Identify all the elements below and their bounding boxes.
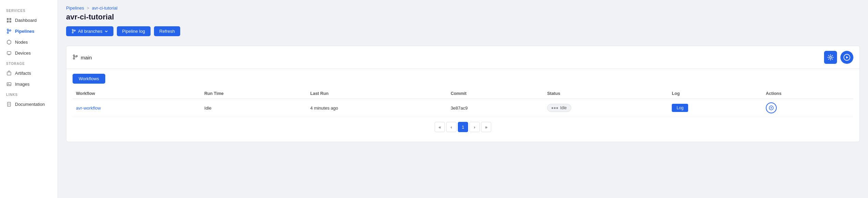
col-workflow: Workflow xyxy=(73,88,201,99)
workflows-table: Workflow Run Time Last Run Commit Status… xyxy=(73,88,853,117)
table-row: avr-workflow Idle 4 minutes ago 3e87ac9 xyxy=(73,99,853,117)
sidebar-item-artifacts[interactable]: Artifacts xyxy=(0,68,58,79)
card-header: main xyxy=(66,46,859,69)
status-text: Idle xyxy=(560,105,567,110)
pagination-first[interactable]: « xyxy=(435,122,445,132)
log-cell: Log xyxy=(668,99,762,117)
svg-point-24 xyxy=(76,55,77,57)
settings-button[interactable] xyxy=(824,51,837,64)
sidebar-item-devices[interactable]: Devices xyxy=(0,47,58,58)
sidebar-item-nodes[interactable]: Nodes xyxy=(0,37,58,47)
all-branches-button[interactable]: All branches xyxy=(66,26,113,36)
grid-icon xyxy=(6,17,12,23)
artifact-icon xyxy=(6,70,12,76)
sidebar-section-links: LINKS Documentation xyxy=(0,89,58,110)
main-content: Pipelines > avr-ci-tutorial avr-ci-tutor… xyxy=(58,0,868,198)
sidebar: SERVICES Dashboard xyxy=(0,0,58,198)
device-icon xyxy=(6,50,12,56)
page-content: main xyxy=(58,40,868,198)
svg-point-19 xyxy=(72,32,73,33)
chevron-down-icon xyxy=(105,30,108,33)
svg-point-5 xyxy=(7,32,9,33)
pipeline-log-button[interactable]: Pipeline log xyxy=(117,26,151,36)
play-icon xyxy=(843,54,850,61)
last-run-cell: 4 minutes ago xyxy=(307,99,447,117)
svg-point-22 xyxy=(73,55,75,56)
svg-rect-0 xyxy=(7,18,9,20)
sidebar-section-storage: STORAGE Artifacts Images xyxy=(0,58,58,89)
run-time-cell: Idle xyxy=(201,99,307,117)
workflows-section: Workflows Workflow Run Time Last Run Com… xyxy=(66,69,859,142)
svg-rect-11 xyxy=(7,72,11,75)
sidebar-item-label-documentation: Documentation xyxy=(15,102,45,107)
actions-cell xyxy=(762,99,853,117)
sidebar-item-images[interactable]: Images xyxy=(0,79,58,89)
sidebar-item-label-nodes: Nodes xyxy=(15,40,28,45)
all-branches-label: All branches xyxy=(78,29,103,34)
sidebar-item-label-artifacts: Artifacts xyxy=(15,71,31,76)
sidebar-section-services: SERVICES Dashboard xyxy=(0,5,58,58)
table-header-row: Workflow Run Time Last Run Commit Status… xyxy=(73,88,853,99)
status-dot-3 xyxy=(556,107,558,109)
svg-point-23 xyxy=(73,58,75,59)
breadcrumb-separator: > xyxy=(87,6,89,11)
svg-rect-1 xyxy=(9,18,11,20)
sidebar-item-label-dashboard: Dashboard xyxy=(15,18,37,23)
branch-git-icon xyxy=(73,54,78,61)
play-button[interactable] xyxy=(840,51,853,64)
breadcrumb-pipelines-link[interactable]: Pipelines xyxy=(66,5,84,11)
sidebar-section-label-services: SERVICES xyxy=(0,5,58,15)
action-run-button[interactable] xyxy=(766,102,777,113)
svg-point-26 xyxy=(830,56,832,58)
image-icon xyxy=(6,81,12,87)
col-commit: Commit xyxy=(447,88,544,99)
run-icon xyxy=(769,105,774,110)
breadcrumb-current: avr-ci-tutorial xyxy=(92,5,118,11)
gear-icon xyxy=(827,54,834,61)
workflow-name-cell: avr-workflow xyxy=(73,99,201,117)
status-dot-1 xyxy=(552,107,553,109)
breadcrumb: Pipelines > avr-ci-tutorial xyxy=(66,5,860,11)
svg-rect-3 xyxy=(9,20,11,23)
log-button[interactable]: Log xyxy=(672,104,688,112)
page-header: Pipelines > avr-ci-tutorial avr-ci-tutor… xyxy=(58,0,868,40)
pagination-next[interactable]: › xyxy=(469,122,480,132)
branch-icon xyxy=(6,28,12,34)
pipeline-card: main xyxy=(66,46,860,142)
status-badge: Idle xyxy=(547,104,571,112)
commit-cell: 3e87ac9 xyxy=(447,99,544,117)
svg-rect-12 xyxy=(7,83,11,86)
sidebar-item-dashboard[interactable]: Dashboard xyxy=(0,15,58,26)
sidebar-item-label-devices: Devices xyxy=(15,51,31,56)
col-run-time: Run Time xyxy=(201,88,307,99)
svg-point-4 xyxy=(7,29,9,30)
refresh-label: Refresh xyxy=(159,29,175,34)
node-icon xyxy=(6,39,12,45)
workflows-tab-button[interactable]: Workflows xyxy=(73,74,105,84)
pagination-last[interactable]: » xyxy=(481,122,491,132)
col-actions: Actions xyxy=(762,88,853,99)
branch-small-icon xyxy=(72,29,76,33)
pagination-prev[interactable]: ‹ xyxy=(446,122,456,132)
pagination-current[interactable]: 1 xyxy=(458,122,468,132)
pagination: « ‹ 1 › » xyxy=(73,117,853,137)
sidebar-item-documentation[interactable]: Documentation xyxy=(0,99,58,110)
card-header-actions xyxy=(824,51,853,64)
branch-label: main xyxy=(73,54,92,61)
sidebar-section-label-links: LINKS xyxy=(0,89,58,99)
svg-marker-30 xyxy=(771,107,773,109)
col-log: Log xyxy=(668,88,762,99)
sidebar-item-pipelines[interactable]: Pipelines xyxy=(0,26,58,37)
col-status: Status xyxy=(544,88,668,99)
workflow-link[interactable]: avr-workflow xyxy=(76,105,101,111)
sidebar-item-label-pipelines: Pipelines xyxy=(15,29,34,34)
status-dot-2 xyxy=(554,107,556,109)
sidebar-section-label-storage: STORAGE xyxy=(0,58,58,68)
refresh-button[interactable]: Refresh xyxy=(154,26,181,36)
sidebar-item-label-images: Images xyxy=(15,82,30,87)
doc-icon xyxy=(6,101,12,107)
svg-rect-2 xyxy=(7,20,9,23)
pipeline-log-label: Pipeline log xyxy=(122,29,145,34)
status-cell: Idle xyxy=(544,99,668,117)
status-dots xyxy=(552,107,558,109)
